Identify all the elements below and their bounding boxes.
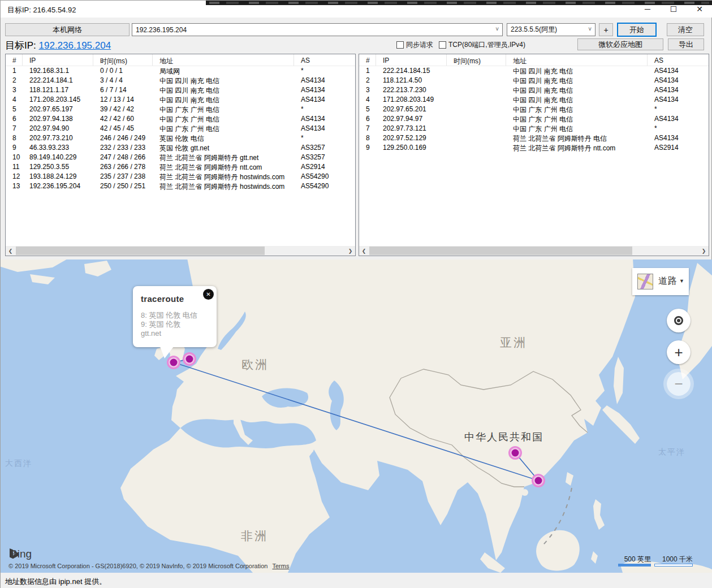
bing-map-button[interactable]: 微软必应地图 xyxy=(577,38,663,50)
cell-addr: 英国 伦敦 gtt.net xyxy=(153,144,294,153)
chevron-down-icon[interactable]: ˅ xyxy=(588,26,592,32)
cell-as: AS4134 xyxy=(648,67,709,76)
table-row[interactable]: 7202.97.73.121中国 广东 广州 电信* xyxy=(359,124,709,134)
toolbar: 本机网络 192.236.195.204 ˅ 223.5.5.5(阿里) ˅ +… xyxy=(1,22,712,38)
terms-link[interactable]: Terms xyxy=(272,563,289,569)
hop-marker-amsterdam[interactable] xyxy=(183,352,196,366)
cell-n: 9 xyxy=(6,144,23,153)
cell-time xyxy=(447,76,506,86)
dns-server-combobox[interactable]: 223.5.5.5(阿里) ˅ xyxy=(507,23,596,36)
sync-request-label: 同步请求 xyxy=(406,40,433,50)
chevron-down-icon[interactable]: ▼ xyxy=(679,278,684,284)
add-button[interactable]: + xyxy=(599,23,613,36)
cell-time: 235 / 237 / 238 xyxy=(93,172,153,182)
sync-request-checkbox[interactable] xyxy=(396,41,404,49)
scale-miles-bar xyxy=(618,564,651,567)
scroll-right-icon[interactable]: ❯ xyxy=(346,246,355,256)
local-network-button[interactable]: 本机网络 xyxy=(5,23,130,36)
scroll-left-icon[interactable]: ❮ xyxy=(359,246,369,256)
cell-addr: 荷兰 北荷兰省 阿姆斯特丹 ntt.com xyxy=(153,163,294,172)
table-row[interactable]: 1089.149.140.229247 / 248 / 266荷兰 北荷兰省 阿… xyxy=(6,153,355,163)
trace-table-left: # IP 时间(ms) 地址 AS 1192.168.31.10 / 0 / 1… xyxy=(5,54,356,256)
table-row[interactable]: 11129.250.3.55263 / 266 / 278荷兰 北荷兰省 阿姆斯… xyxy=(6,163,355,172)
scroll-left-icon[interactable]: ❮ xyxy=(6,246,15,256)
cell-ip: 202.97.65.201 xyxy=(376,105,447,115)
cell-n: 4 xyxy=(6,96,23,105)
horizontal-scrollbar[interactable]: ❮ ❯ xyxy=(6,246,355,256)
table-row[interactable]: 2118.121.4.50中国 四川 南充 电信AS4134 xyxy=(359,76,709,86)
table-row[interactable]: 8202.97.73.210246 / 246 / 249英国 伦敦 电信* xyxy=(6,134,355,144)
table-row[interactable]: 6202.97.94.13842 / 42 / 60中国 广东 广州 电信AS4… xyxy=(6,115,355,124)
table-row[interactable]: 3118.121.1.176 / 7 / 14中国 四川 南充 电信AS4134 xyxy=(6,86,355,96)
dns-server-value: 223.5.5.5(阿里) xyxy=(511,25,557,34)
table-row[interactable]: 1222.214.184.15中国 四川 南充 电信AS4134 xyxy=(359,67,709,76)
table-row[interactable]: 6202.97.94.97中国 广东 广州 电信AS4134 xyxy=(359,115,709,124)
table-row[interactable]: 4171.208.203.14512 / 13 / 14中国 四川 南充 电信A… xyxy=(6,96,355,105)
table-row[interactable]: 5202.97.65.201中国 广东 广州 电信* xyxy=(359,105,709,115)
table-row[interactable]: 5202.97.65.19739 / 42 / 42中国 广东 广州 电信* xyxy=(6,105,355,115)
cell-ip: 118.121.1.17 xyxy=(23,86,93,96)
table-row[interactable]: 8202.97.52.129荷兰 北荷兰省 阿姆斯特丹 电信AS4134 xyxy=(359,134,709,144)
cell-as: AS2914 xyxy=(294,163,355,172)
col-as[interactable]: AS xyxy=(648,54,709,66)
table-row[interactable]: 12193.188.24.129235 / 237 / 238荷兰 北荷兰省 阿… xyxy=(6,172,355,182)
hop-marker-nanchong[interactable] xyxy=(508,446,522,460)
map-layer-selector[interactable]: 道路 ▼ xyxy=(632,268,689,295)
clear-button[interactable]: 清空 xyxy=(667,23,704,36)
table-row[interactable]: 946.33.93.233232 / 233 / 233英国 伦敦 gtt.ne… xyxy=(6,144,355,153)
export-button[interactable]: 导出 xyxy=(668,38,704,50)
cell-n: 6 xyxy=(6,115,23,124)
col-hash[interactable]: # xyxy=(6,54,23,66)
cell-ip: 202.97.73.210 xyxy=(23,134,93,144)
taiwan-island xyxy=(566,472,573,486)
col-addr[interactable]: 地址 xyxy=(506,54,648,66)
locate-me-button[interactable] xyxy=(667,309,691,332)
table-row[interactable]: 13192.236.195.204250 / 250 / 251荷兰 北荷兰省 … xyxy=(6,182,355,192)
minimize-button[interactable]: ─ xyxy=(635,1,661,18)
table-row[interactable]: 3222.213.7.230中国 四川 南充 电信AS4134 xyxy=(359,86,709,96)
cell-as: * xyxy=(294,105,355,115)
hop-marker-guangzhou[interactable] xyxy=(532,474,545,487)
col-as[interactable]: AS xyxy=(294,54,355,66)
table-row[interactable]: 4171.208.203.149中国 四川 南充 电信AS4134 xyxy=(359,96,709,105)
cell-as: * xyxy=(648,124,709,134)
cell-time: 250 / 250 / 251 xyxy=(93,182,153,192)
col-ip[interactable]: IP xyxy=(23,54,93,66)
col-time[interactable]: 时间(ms) xyxy=(447,54,506,66)
cell-as: AS4134 xyxy=(294,96,355,105)
scrollbar-thumb[interactable] xyxy=(16,247,265,255)
target-ip-combobox[interactable]: 192.236.195.204 ˅ xyxy=(132,23,503,36)
target-ip-value: 192.236.195.204 xyxy=(136,26,187,34)
start-button[interactable]: 开始 xyxy=(617,23,657,37)
cell-ip: 202.97.65.197 xyxy=(23,105,93,115)
target-ip-link[interactable]: 192.236.195.204 xyxy=(39,40,111,51)
scrollbar-thumb[interactable] xyxy=(369,247,632,255)
maximize-button[interactable]: ☐ xyxy=(661,1,687,18)
table-row[interactable]: 1192.168.31.10 / 0 / 1局域网* xyxy=(6,67,355,76)
cell-n: 5 xyxy=(359,105,376,115)
popup-close-icon[interactable]: ✕ xyxy=(203,289,214,300)
zoom-out-button[interactable]: − xyxy=(667,372,691,396)
close-button[interactable]: ✕ xyxy=(687,1,712,18)
tcp-checkbox[interactable] xyxy=(439,41,446,49)
target-ip-heading: 目标IP: 192.236.195.204 xyxy=(5,39,111,52)
cell-n: 7 xyxy=(359,124,376,134)
scroll-right-icon[interactable]: ❯ xyxy=(699,246,709,256)
table-row[interactable]: 7202.97.94.9042 / 45 / 45中国 广东 广州 电信AS41… xyxy=(6,124,355,134)
table-row[interactable]: 9129.250.0.169荷兰 北荷兰省 阿姆斯特丹 ntt.comAS291… xyxy=(359,144,709,153)
table-row[interactable]: 2222.214.184.13 / 4 / 4中国 四川 南充 电信AS4134 xyxy=(6,76,355,86)
title-bar[interactable]: 目标IP: 216.45.54.92 ─ ☐ ✕ xyxy=(1,1,712,18)
cell-n: 2 xyxy=(6,76,23,86)
col-time[interactable]: 时间(ms) xyxy=(93,54,153,66)
col-addr[interactable]: 地址 xyxy=(153,54,294,66)
zoom-in-button[interactable]: + xyxy=(667,340,691,364)
window-controls: ─ ☐ ✕ xyxy=(635,1,712,18)
cell-as: * xyxy=(294,67,355,76)
horizontal-scrollbar[interactable]: ❮ ❯ xyxy=(359,246,709,256)
cell-n: 1 xyxy=(359,67,376,76)
tcp-checkbox-label: TCP(80端口,管理员,IPv4) xyxy=(448,40,525,50)
col-ip[interactable]: IP xyxy=(376,54,447,66)
bing-map[interactable]: 欧洲 亚洲 非洲 大西洋 太平洋 中华人民共和国 traceroute ✕ 8:… xyxy=(1,260,712,573)
col-hash[interactable]: # xyxy=(359,54,376,66)
chevron-down-icon[interactable]: ˅ xyxy=(495,26,499,32)
